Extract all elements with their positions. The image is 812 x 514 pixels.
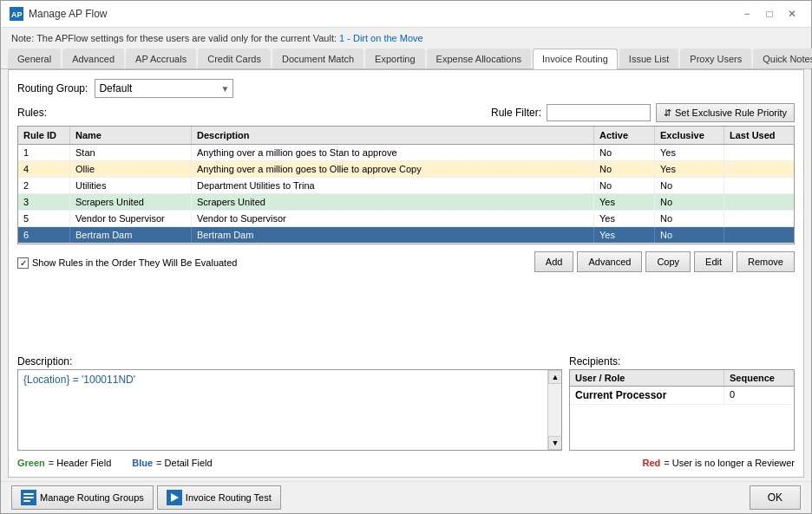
legend-blue-label: = Detail Field (156, 458, 213, 468)
row-last-used (724, 178, 794, 193)
row-name: Vendor to Supervisor (70, 211, 192, 226)
tab-advanced[interactable]: Advanced (62, 49, 124, 68)
tab-quick-notes[interactable]: Quick Notes (753, 49, 812, 68)
note-bar: Note: The APFlow settings for these user… (1, 28, 811, 49)
tab-expense-allocations[interactable]: Expense Allocations (427, 49, 531, 68)
recipients-row[interactable]: Current Processor 0 (570, 387, 794, 405)
table-row[interactable]: 3 Scrapers United Scrapers United Yes No (18, 194, 794, 211)
recipient-user-role: Current Processor (570, 387, 724, 404)
tab-exporting[interactable]: Exporting (365, 49, 424, 68)
invoice-routing-test-label: Invoice Routing Test (186, 492, 272, 503)
rules-label: Rules: (17, 107, 47, 119)
svg-rect-4 (23, 497, 34, 498)
tab-proxy-users[interactable]: Proxy Users (680, 49, 751, 68)
table-row[interactable]: 6 Bertram Dam Bertram Dam Yes No (18, 227, 794, 244)
tab-credit-cards[interactable]: Credit Cards (198, 49, 271, 68)
row-id: 2 (18, 178, 70, 193)
routing-group-label: Routing Group: (17, 82, 88, 94)
col-last-used: Last Used (724, 127, 794, 144)
legend-row: Green = Header Field Blue = Detail Field… (17, 458, 795, 468)
main-content: Routing Group: Default ▼ Rules: Rule Fil… (8, 69, 804, 478)
routing-group-select[interactable]: Default ▼ (95, 79, 233, 98)
row-exclusive: Yes (655, 161, 724, 177)
description-scrollbar[interactable]: ▲ ▼ (547, 370, 561, 450)
note-vault: 1 - Dirt on the Move (339, 33, 423, 43)
row-active: Yes (594, 227, 655, 243)
legend-green: Green (17, 458, 45, 468)
row-last-used (724, 145, 794, 160)
ok-button[interactable]: OK (750, 485, 801, 510)
svg-rect-3 (23, 493, 34, 495)
bottom-bar: Manage Routing Groups Invoice Routing Te… (1, 481, 811, 513)
description-section: Description: {Location} = '100011ND' ▲ ▼ (17, 355, 562, 451)
table-row[interactable]: 4 Ollie Anything over a million goes to … (18, 161, 794, 178)
row-last-used (724, 194, 794, 210)
scroll-up-button[interactable]: ▲ (548, 370, 562, 384)
table-row[interactable]: 1 Stan Anything over a million goes to S… (18, 145, 794, 161)
close-button[interactable]: ✕ (782, 6, 802, 22)
edit-button[interactable]: Edit (694, 251, 733, 272)
bottom-left-buttons: Manage Routing Groups Invoice Routing Te… (11, 485, 281, 510)
invoice-routing-test-icon (167, 490, 182, 505)
svg-rect-5 (23, 500, 30, 502)
bottom-section: Description: {Location} = '100011ND' ▲ ▼… (17, 355, 795, 451)
row-description: Anything over a million goes to Stan to … (192, 145, 594, 160)
rules-header-row: Rules: Rule Filter: ⇵ Set Exclusive Rule… (17, 103, 795, 122)
row-name: Utilities (70, 178, 192, 193)
rules-table-body: 1 Stan Anything over a million goes to S… (18, 145, 794, 244)
table-row[interactable]: 2 Utilities Department Utilities to Trin… (18, 178, 794, 194)
row-id: 5 (18, 211, 70, 226)
row-description: Vendor to Supervisor (192, 211, 594, 226)
rules-table: Rule ID Name Description Active Exclusiv… (17, 126, 795, 244)
row-name: Bertram Dam (70, 227, 192, 243)
row-active: Yes (594, 211, 655, 226)
row-description: Department Utilities to Trina (192, 178, 594, 193)
rules-section: Rules: Rule Filter: ⇵ Set Exclusive Rule… (17, 103, 795, 350)
add-button[interactable]: Add (534, 251, 574, 272)
remove-button[interactable]: Remove (737, 251, 795, 272)
action-buttons: Add Advanced Copy Edit Remove (534, 251, 795, 272)
show-rules-label: Show Rules in the Order They Will Be Eva… (32, 257, 237, 268)
window-title: Manage AP Flow (29, 8, 108, 20)
description-box: {Location} = '100011ND' ▲ ▼ (17, 369, 562, 451)
title-bar: AP Manage AP Flow − □ ✕ (1, 1, 811, 28)
show-rules-checkbox[interactable]: ✓ (17, 257, 29, 269)
recipients-label: Recipients: (569, 355, 795, 368)
main-window: AP Manage AP Flow − □ ✕ Note: The APFlow… (0, 0, 812, 514)
row-active: No (594, 161, 655, 177)
copy-button[interactable]: Copy (645, 251, 691, 272)
manage-routing-groups-icon (21, 490, 36, 505)
recipient-sequence: 0 (724, 387, 794, 404)
maximize-button[interactable]: □ (759, 6, 780, 22)
manage-routing-groups-button[interactable]: Manage Routing Groups (11, 485, 154, 510)
tab-general[interactable]: General (8, 49, 61, 68)
row-last-used (724, 161, 794, 177)
col-active: Active (594, 127, 655, 144)
show-rules-row: ✓ Show Rules in the Order They Will Be E… (17, 257, 237, 269)
tab-invoice-routing[interactable]: Invoice Routing (533, 49, 618, 69)
invoice-routing-test-button[interactable]: Invoice Routing Test (157, 485, 281, 510)
row-description: Anything over a million goes to Ollie to… (192, 161, 594, 177)
row-description: Scrapers United (192, 194, 594, 210)
description-label: Description: (17, 355, 562, 368)
advanced-button[interactable]: Advanced (577, 251, 642, 272)
set-exclusive-label: Set Exclusive Rule Priority (675, 107, 787, 118)
scroll-down-button[interactable]: ▼ (548, 436, 562, 450)
legend-green-label: = Header Field (49, 458, 111, 468)
row-active: No (594, 178, 655, 193)
row-id: 4 (18, 161, 70, 177)
row-id: 6 (18, 227, 70, 243)
row-last-used (724, 227, 794, 243)
tab-document-match[interactable]: Document Match (272, 49, 363, 68)
rule-filter-input[interactable] (547, 104, 651, 121)
tab-issue-list[interactable]: Issue List (619, 49, 678, 68)
legend-red: Red (643, 458, 661, 468)
minimize-button[interactable]: − (737, 6, 757, 22)
routing-group-row: Routing Group: Default ▼ (17, 79, 795, 98)
table-row[interactable]: 5 Vendor to Supervisor Vendor to Supervi… (18, 211, 794, 227)
row-description: Bertram Dam (192, 227, 594, 243)
legend-blue: Blue (132, 458, 153, 468)
tabs-bar: General Advanced AP Accruals Credit Card… (1, 49, 811, 69)
tab-ap-accruals[interactable]: AP Accruals (126, 49, 196, 68)
set-exclusive-rule-priority-button[interactable]: ⇵ Set Exclusive Rule Priority (656, 103, 795, 122)
